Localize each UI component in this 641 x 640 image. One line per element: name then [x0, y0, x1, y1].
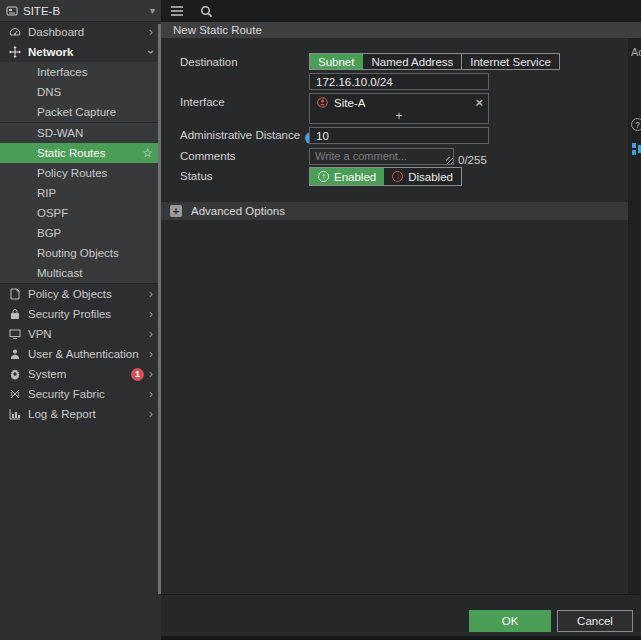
- sidebar: SITE-B ▾ Dashboard › Network › Interface…: [0, 0, 161, 640]
- sidebar-item-multicast[interactable]: Multicast: [0, 263, 161, 283]
- chevron-right-icon: ›: [149, 368, 153, 380]
- sidebar-item-vpn[interactable]: VPN ›: [0, 324, 161, 344]
- user-icon: [8, 348, 21, 360]
- add-interface-button[interactable]: +: [310, 110, 488, 123]
- sidebar-item-interfaces[interactable]: Interfaces: [0, 62, 161, 82]
- tab-named-address[interactable]: Named Address: [363, 54, 462, 69]
- fabric-icon: [8, 388, 21, 400]
- sidebar-item-security-profiles[interactable]: Security Profiles ›: [0, 304, 161, 324]
- help-icon[interactable]: ?: [631, 118, 641, 131]
- sidebar-item-routing-objects[interactable]: Routing Objects: [0, 243, 161, 263]
- sidebar-item-sd-wan[interactable]: SD-WAN: [0, 123, 161, 143]
- menu-icon[interactable]: [170, 5, 184, 17]
- tunnel-interface-icon: [317, 97, 328, 108]
- sidebar-item-ospf[interactable]: OSPF: [0, 203, 161, 223]
- remove-interface-icon[interactable]: ×: [475, 96, 483, 109]
- chart-icon: [8, 408, 21, 420]
- admin-distance-input[interactable]: [309, 127, 489, 144]
- chevron-right-icon: ›: [149, 26, 153, 38]
- status-enabled-button[interactable]: ↑ Enabled: [310, 168, 384, 185]
- monitor-icon: [8, 328, 21, 340]
- page-title: New Static Route: [173, 24, 262, 36]
- right-panel-clipped: Ad ?: [628, 38, 641, 594]
- chevron-right-icon: ›: [149, 348, 153, 360]
- comments-label: Comments: [180, 150, 236, 162]
- advanced-options-toggle[interactable]: + Advanced Options: [161, 202, 628, 220]
- device-selector[interactable]: SITE-B ▾: [0, 0, 161, 22]
- sidebar-item-bgp[interactable]: BGP: [0, 223, 161, 243]
- page-title-bar: New Static Route: [161, 22, 641, 38]
- chevron-right-icon: ›: [149, 308, 153, 320]
- app-window: SITE-B ▾ Dashboard › Network › Interface…: [0, 0, 641, 640]
- sidebar-item-policy-objects[interactable]: Policy & Objects ›: [0, 284, 161, 304]
- comments-textarea[interactable]: [309, 148, 454, 165]
- sidebar-item-dns[interactable]: DNS: [0, 82, 161, 102]
- sidebar-item-security-fabric[interactable]: Security Fabric ›: [0, 384, 161, 404]
- top-bar: [161, 0, 641, 22]
- form-footer: OK Cancel: [161, 594, 641, 636]
- status-toggle: ↑ Enabled ↓ Disabled: [309, 167, 462, 186]
- caret-down-icon: ▾: [150, 5, 155, 16]
- sidebar-item-dashboard[interactable]: Dashboard ›: [0, 22, 161, 42]
- status-disabled-button[interactable]: ↓ Disabled: [384, 168, 461, 185]
- network-submenu: Interfaces DNS Packet Capture SD-WAN Sta…: [0, 62, 161, 283]
- chevron-right-icon: ›: [149, 328, 153, 340]
- sidebar-item-system[interactable]: System 1 ›: [0, 364, 161, 384]
- destination-subnet-input[interactable]: [309, 73, 489, 90]
- admin-distance-label: Administrative Distancei: [180, 129, 317, 144]
- interface-label: Interface: [180, 96, 225, 108]
- sidebar-item-rip[interactable]: RIP: [0, 183, 161, 203]
- resize-handle[interactable]: [446, 157, 453, 164]
- search-icon[interactable]: [200, 5, 213, 18]
- interface-chip-label: Site-A: [334, 97, 365, 109]
- sidebar-item-network[interactable]: Network ›: [0, 42, 161, 62]
- network-icon: [8, 46, 21, 58]
- star-icon[interactable]: ☆: [142, 146, 153, 160]
- expand-plus-icon: +: [170, 205, 182, 217]
- sidebar-item-policy-routes[interactable]: Policy Routes: [0, 163, 161, 183]
- arrow-up-circle-icon: ↑: [318, 171, 329, 182]
- sidebar-item-user-authentication[interactable]: User & Authentication ›: [0, 344, 161, 364]
- cancel-button[interactable]: Cancel: [557, 610, 633, 632]
- notification-badge: 1: [131, 368, 144, 381]
- destination-label: Destination: [180, 56, 238, 68]
- interface-select[interactable]: Site-A × +: [309, 93, 489, 124]
- sidebar-item-static-routes[interactable]: Static Routes ☆: [0, 143, 161, 163]
- device-name: SITE-B: [23, 5, 60, 17]
- device-icon: [6, 5, 18, 17]
- chevron-down-icon: ›: [145, 50, 157, 54]
- sidebar-item-log-report[interactable]: Log & Report ›: [0, 404, 161, 424]
- tab-subnet[interactable]: Subnet: [310, 54, 363, 69]
- bottom-strip: [161, 636, 641, 640]
- arrow-down-circle-icon: ↓: [392, 171, 403, 182]
- destination-type-tabs: Subnet Named Address Internet Service: [309, 53, 560, 70]
- gear-icon: [8, 368, 21, 380]
- documentation-icon[interactable]: [631, 142, 641, 156]
- sidebar-item-packet-capture[interactable]: Packet Capture: [0, 102, 161, 122]
- gauge-icon: [8, 26, 21, 38]
- chevron-right-icon: ›: [149, 388, 153, 400]
- tab-internet-service[interactable]: Internet Service: [462, 54, 559, 69]
- ok-button[interactable]: OK: [469, 610, 551, 632]
- chevron-right-icon: ›: [149, 288, 153, 300]
- policy-icon: [8, 288, 21, 300]
- additional-information-label-clipped: Ad: [631, 46, 641, 58]
- status-label: Status: [180, 170, 213, 182]
- chevron-right-icon: ›: [149, 408, 153, 420]
- advanced-options-label: Advanced Options: [191, 205, 285, 217]
- lock-icon: [8, 308, 21, 320]
- static-route-form: Destination Subnet Named Address Interne…: [161, 38, 628, 594]
- comments-counter: 0/255: [458, 154, 487, 166]
